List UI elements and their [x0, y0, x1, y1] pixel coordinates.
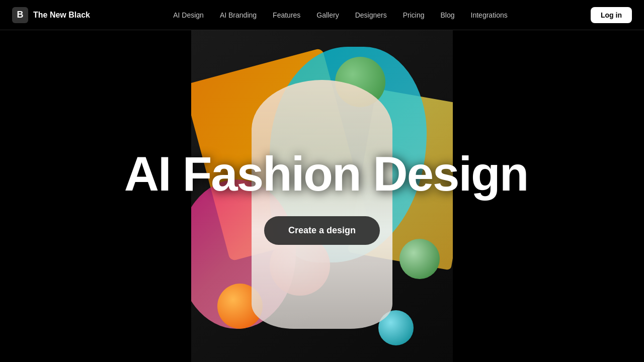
nav-links: AI Design AI Branding Features Gallery D… [167, 8, 514, 22]
shape-green-ball2 [399, 239, 440, 279]
create-design-button[interactable]: Create a design [264, 216, 380, 245]
nav-ai-design[interactable]: AI Design [167, 8, 210, 22]
nav-blog[interactable]: Blog [435, 8, 461, 22]
nav-designers[interactable]: Designers [349, 8, 393, 22]
brand-name: The New Black [33, 11, 90, 20]
nav-gallery[interactable]: Gallery [310, 8, 345, 22]
navbar-actions: Log in [591, 7, 632, 23]
nav-ai-branding[interactable]: AI Branding [214, 8, 263, 22]
hero-content: AI Fashion Design Create a design [116, 148, 528, 245]
nav-features[interactable]: Features [267, 8, 306, 22]
hero-title: AI Fashion Design [116, 148, 528, 200]
brand-logo-icon: B [12, 7, 28, 23]
brand-link[interactable]: B The New Black [12, 7, 90, 23]
navbar: B The New Black AI Design AI Branding Fe… [0, 0, 644, 30]
nav-pricing[interactable]: Pricing [397, 8, 431, 22]
login-button[interactable]: Log in [591, 7, 632, 23]
hero-section: AI Fashion Design Create a design [0, 0, 644, 362]
hero-title-highlight: AI [116, 148, 179, 200]
nav-integrations[interactable]: Integrations [465, 8, 514, 22]
